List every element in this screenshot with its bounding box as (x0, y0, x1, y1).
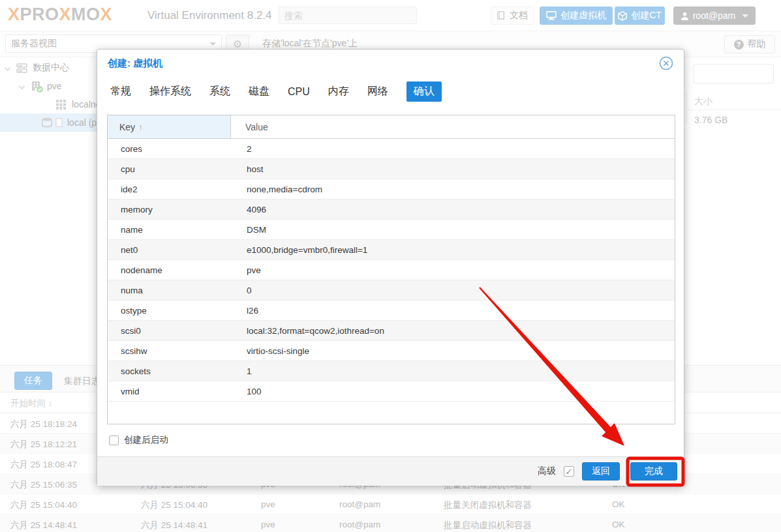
sort-asc-icon: ↑ (138, 122, 143, 132)
advanced-label: 高级 (538, 466, 556, 477)
summary-grid-header: Key↑ Value (108, 115, 675, 139)
key-column-header[interactable]: Key↑ (108, 115, 231, 138)
summary-row[interactable]: net0 e1000,bridge=vmbr0,firewall=1 (108, 240, 675, 260)
dialog-footer: 高级 ✓ 返回 完成 (97, 456, 684, 486)
confirm-summary-grid: Key↑ Value cores 2 cpu host i (107, 115, 675, 424)
back-button[interactable]: 返回 (582, 462, 620, 480)
summary-row[interactable]: numa 0 (108, 280, 675, 301)
summary-row[interactable]: name DSM (108, 220, 675, 240)
summary-row[interactable]: cpu host (108, 159, 675, 179)
finish-button[interactable]: 完成 (630, 462, 677, 480)
dialog-tab[interactable]: CPU (288, 83, 310, 101)
start-after-created-checkbox[interactable]: 创建后启动 (109, 434, 168, 446)
dialog-tab[interactable]: 磁盘 (249, 81, 269, 102)
checkbox-unchecked-icon (109, 436, 119, 445)
proxmox-screen: XPROXMOX Virtual Environment 8.2.4 文档 创建… (0, 0, 781, 532)
dialog-tabs: 常规操作系统系统磁盘CPU内存网络确认 (110, 81, 442, 102)
summary-row[interactable]: ostype l26 (108, 301, 675, 321)
summary-row[interactable]: nodename pve (108, 260, 675, 280)
dialog-tab[interactable]: 内存 (328, 81, 349, 102)
summary-row[interactable]: ide2 none,media=cdrom (108, 179, 675, 200)
summary-row[interactable]: cores 2 (108, 139, 675, 159)
dialog-tab[interactable]: 操作系统 (149, 81, 191, 102)
value-column-header[interactable]: Value (231, 115, 675, 138)
summary-row[interactable]: memory 4096 (108, 200, 675, 220)
summary-row[interactable]: scsihw virtio-scsi-single (108, 341, 675, 361)
dialog-tab[interactable]: 网络 (367, 81, 388, 102)
advanced-checkbox-checked[interactable]: ✓ (564, 466, 574, 477)
create-vm-dialog: 创建: 虚拟机 常规操作系统系统磁盘CPU内存网络确认 Key↑ Value c… (97, 49, 684, 486)
summary-row[interactable]: sockets 1 (108, 361, 675, 381)
dialog-tab[interactable]: 系统 (209, 81, 230, 102)
dialog-tab[interactable]: 常规 (110, 81, 131, 102)
dialog-title: 创建: 虚拟机 (108, 57, 162, 70)
summary-grid-body: cores 2 cpu host ide2 none,media=cdrom (108, 139, 675, 402)
close-icon[interactable] (659, 56, 673, 70)
summary-row[interactable]: scsi0 local:32,format=qcow2,iothread=on (108, 321, 675, 341)
dialog-tab[interactable]: 确认 (406, 81, 442, 102)
summary-row[interactable]: vmid 100 (108, 381, 675, 402)
